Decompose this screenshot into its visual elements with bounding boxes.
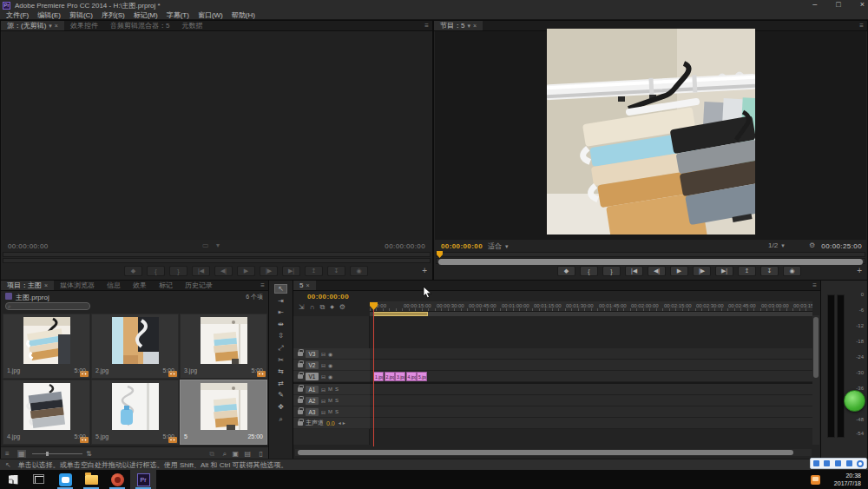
lock-icon[interactable] — [298, 410, 303, 414]
tab-project[interactable]: 项目：主图 × — [1, 281, 54, 290]
mark-out-button[interactable]: } — [169, 266, 187, 276]
clear-trash-icon[interactable]: ▯ — [260, 450, 263, 458]
ime-punct-icon[interactable] — [835, 460, 841, 466]
track-output-eye-icon[interactable]: ◉ — [328, 351, 332, 357]
taskbar-clock[interactable]: 20:38 2017/7/18 — [834, 472, 861, 487]
button-editor-icon[interactable]: + — [857, 266, 862, 275]
sync-lock-icon[interactable]: ⊟ — [321, 398, 326, 404]
tab-effects[interactable]: 效果 — [127, 281, 153, 290]
project-item-4[interactable]: 4.jpg5:00 — [3, 380, 90, 445]
track-name[interactable]: V1 — [306, 373, 319, 380]
mark-in-button[interactable]: { — [580, 266, 598, 276]
play-button[interactable]: ▶ — [237, 266, 255, 276]
tab-markers[interactable]: 标记 — [153, 281, 179, 290]
close-tab-icon[interactable]: × — [473, 23, 477, 29]
export-frame-button[interactable]: ◉ — [783, 266, 801, 276]
program-time-ruler[interactable] — [436, 252, 865, 257]
add-marker-button[interactable]: ◆ — [557, 266, 575, 276]
project-item-3[interactable]: 3.jpg5:00 — [180, 314, 267, 379]
clip-1[interactable]: 1.jpg — [373, 372, 384, 381]
keyframe-nav-icon[interactable]: ◄► — [338, 420, 346, 426]
go-to-in-button[interactable]: |◀ — [192, 266, 210, 276]
ripple-edit-tool[interactable]: ⇹ — [275, 320, 286, 328]
zoom-slider[interactable] — [32, 453, 82, 454]
track-lane-v1[interactable]: 1.jpg 2.jpg 3.jpg 4.jpg 5.jpg — [370, 371, 812, 382]
solo-button[interactable]: S — [335, 387, 339, 392]
chevron-down-icon[interactable]: ▾ — [49, 23, 52, 30]
work-area-bar[interactable] — [373, 312, 428, 316]
sync-lock-icon[interactable]: ⊟ — [321, 387, 326, 393]
button-editor-icon[interactable]: + — [422, 266, 427, 275]
timeline-horizontal-scrollbar[interactable] — [295, 449, 812, 456]
project-item-1[interactable]: 1.jpg5:00 — [3, 314, 90, 379]
track-lane-a3[interactable] — [370, 406, 812, 418]
track-lane-v3[interactable] — [370, 348, 812, 360]
maximize-button[interactable]: □ — [836, 0, 840, 9]
chevron-down-icon[interactable]: ▾ — [216, 241, 220, 249]
tab-info[interactable]: 信息 — [101, 281, 127, 290]
track-output-eye-icon[interactable]: ◉ — [328, 362, 332, 368]
ime-toolbar[interactable] — [810, 458, 867, 469]
track-name[interactable]: V3 — [306, 350, 319, 358]
lock-icon[interactable] — [298, 363, 303, 367]
menu-marker[interactable]: 标记(M) — [131, 10, 161, 20]
step-forward-button[interactable]: |▶ — [693, 266, 711, 276]
sync-lock-icon[interactable]: ⊟ — [321, 409, 326, 415]
menu-help[interactable]: 帮助(H) — [229, 10, 258, 20]
panel-menu-icon[interactable]: ≡ — [424, 23, 429, 30]
track-name[interactable]: A1 — [306, 386, 319, 393]
mark-out-button[interactable]: } — [602, 266, 621, 276]
overwrite-button[interactable]: ↧ — [327, 266, 345, 276]
taskbar-file-explorer[interactable] — [78, 470, 104, 489]
timeline-vertical-scrollbar[interactable] — [812, 315, 819, 445]
lock-icon[interactable] — [298, 399, 303, 403]
mute-button[interactable]: M — [328, 409, 332, 414]
search-input[interactable]: ⌕ — [5, 302, 90, 310]
hand-tool[interactable]: ✥ — [275, 403, 286, 411]
sync-lock-icon[interactable]: ⊟ — [321, 362, 326, 368]
find-icon[interactable]: ⌕ — [223, 450, 227, 459]
clip-4[interactable]: 4.jpg — [406, 372, 417, 381]
zoom-tool[interactable]: ⌕ — [275, 415, 286, 423]
export-frame-button[interactable]: ◉ — [350, 266, 368, 276]
tab-media-browser[interactable]: 媒体浏览器 — [54, 281, 101, 290]
ime-shape-icon[interactable] — [824, 460, 830, 466]
playback-resolution-select[interactable]: 1/2 ▾ — [768, 241, 785, 249]
tab-history[interactable]: 历史记录 — [179, 281, 219, 290]
track-header-master[interactable]: 主声道 0.0 ◄► — [293, 418, 370, 429]
tab-program[interactable]: 节目：5 ▾ × — [434, 21, 483, 30]
solo-button[interactable]: S — [335, 398, 339, 403]
tab-source[interactable]: 源：(无剪辑) ▾ × — [1, 21, 64, 30]
ime-skin-icon[interactable] — [846, 460, 852, 466]
project-item-sequence-5[interactable]: 525:00 — [180, 380, 267, 445]
track-header-a3[interactable]: A3 ⊟ M S — [293, 406, 370, 418]
minimize-button[interactable]: – — [812, 0, 817, 9]
track-lane-v2[interactable] — [370, 360, 812, 371]
tab-audio-clip-mixer[interactable]: 音频剪辑混合器：5 — [104, 21, 175, 30]
sync-lock-icon[interactable]: ⊟ — [321, 351, 326, 357]
scrollbar-handle[interactable] — [438, 259, 863, 265]
track-lane-a2[interactable] — [370, 395, 812, 406]
sort-icon[interactable]: ⇅ — [86, 450, 92, 458]
go-to-out-button[interactable]: ▶| — [282, 266, 300, 276]
track-lane-master[interactable] — [370, 418, 812, 429]
razor-tool[interactable]: ✂ — [275, 356, 286, 364]
track-header-v2[interactable]: V2 ⊟ ◉ — [293, 360, 370, 371]
lock-icon[interactable] — [298, 374, 303, 379]
solo-button[interactable]: S — [335, 409, 339, 414]
clip-3[interactable]: 3.jpg — [395, 372, 405, 381]
lock-icon[interactable] — [298, 352, 303, 356]
linked-selection-icon[interactable]: ⧉ — [319, 303, 325, 312]
zoom-level-select[interactable]: 适合 ▾ — [488, 241, 509, 251]
taskbar-app-red[interactable] — [104, 470, 130, 489]
project-item-2[interactable]: 2.jpg5:00 — [91, 314, 179, 379]
chevron-down-icon[interactable]: ▾ — [467, 23, 470, 30]
go-to-out-button[interactable]: ▶| — [715, 266, 733, 276]
mute-button[interactable]: M — [328, 387, 332, 392]
list-view-icon[interactable]: ≡ — [5, 450, 10, 458]
track-output-eye-icon[interactable]: ◉ — [328, 373, 332, 380]
taskbar-app-blue[interactable] — [52, 470, 78, 489]
add-marker-icon[interactable]: ◆ — [330, 303, 334, 312]
menu-sequence[interactable]: 序列(S) — [99, 10, 128, 20]
monitor-settings-icon[interactable]: ▭ — [202, 241, 209, 249]
